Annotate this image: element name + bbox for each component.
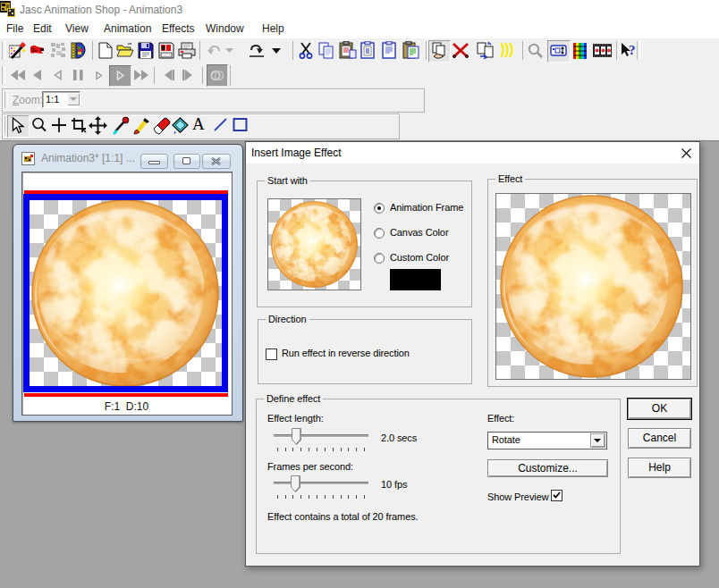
svg-text:?: ? xyxy=(629,43,636,57)
